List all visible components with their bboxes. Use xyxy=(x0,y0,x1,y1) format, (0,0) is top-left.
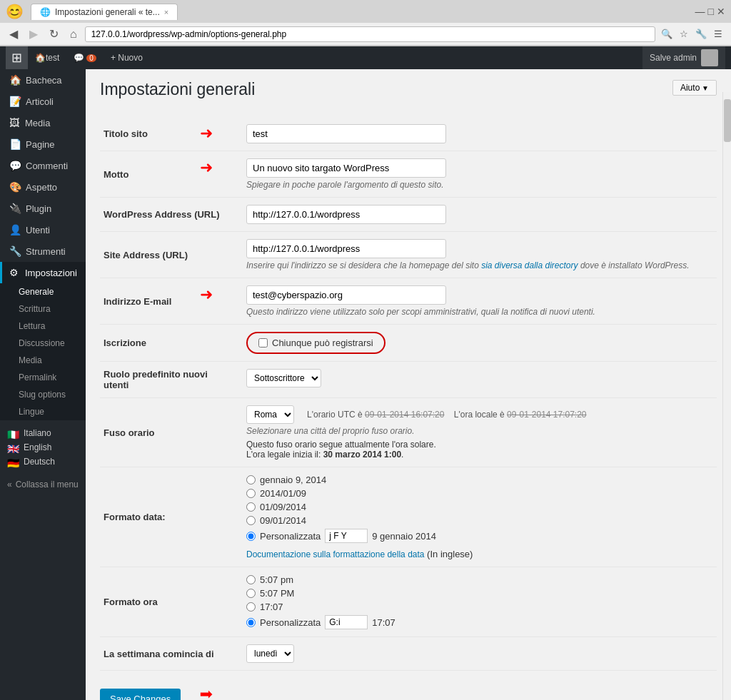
doc-link[interactable]: Documentazione sulla formattazione della… xyxy=(246,549,424,559)
browser-tab[interactable]: 🌐 Impostazioni generali « te... × xyxy=(31,4,178,20)
radio-data-opt4[interactable] xyxy=(246,516,256,525)
sidebar-item-pagine[interactable]: 📄 Pagine xyxy=(0,133,86,155)
sidebar-item-label: Articoli xyxy=(26,96,54,107)
submenu-discussione[interactable]: Discussione xyxy=(0,335,86,352)
formato-data-opt5: Personalizzata 9 gennaio 2014 xyxy=(246,529,713,543)
home-button[interactable]: ⌂ xyxy=(66,26,81,42)
star-icon[interactable]: ☆ xyxy=(677,27,691,41)
submenu-lingue[interactable]: Lingue xyxy=(0,403,86,420)
scrollbar-thumb[interactable] xyxy=(724,99,731,142)
lang-english[interactable]: 🇬🇧 English xyxy=(7,440,79,455)
back-button[interactable]: ◀ xyxy=(6,26,21,42)
radio-ora-opt1[interactable] xyxy=(246,575,256,584)
sidebar-item-commenti[interactable]: 💬 Commenti xyxy=(0,155,86,176)
comments-count: 0 xyxy=(86,54,96,62)
wp-address-input[interactable] xyxy=(246,205,446,224)
browser-nav: ◀ ▶ ↻ ⌂ 🔍 ☆ 🔧 ☰ xyxy=(0,23,731,46)
settimana-label: La settimana comincia di xyxy=(100,637,243,671)
browser-chrome: 😊 🌐 Impostazioni generali « te... × — □ … xyxy=(0,0,731,46)
extension-icon[interactable]: 🔧 xyxy=(694,27,708,41)
refresh-button[interactable]: ↻ xyxy=(46,26,62,42)
sidebar-item-strumenti[interactable]: 🔧 Strumenti xyxy=(0,240,86,262)
submenu-permalink[interactable]: Permalink xyxy=(0,369,86,386)
red-arrow-save: ⬅ xyxy=(200,685,213,700)
close-button[interactable]: ✕ xyxy=(717,6,725,17)
radio-ora-opt4[interactable] xyxy=(246,618,256,627)
sidebar-item-label: Impostazioni xyxy=(25,268,77,278)
radio-data-opt5[interactable] xyxy=(246,532,256,541)
submenu-scrittura[interactable]: Scrittura xyxy=(0,300,86,318)
minimize-button[interactable]: — xyxy=(695,6,705,17)
radio-data-opt3[interactable] xyxy=(246,502,256,512)
settimana-select[interactable]: lunedì xyxy=(246,644,294,663)
radio-data-opt1[interactable] xyxy=(246,475,256,485)
formato-data-opt4: 09/01/2014 xyxy=(246,515,713,526)
formato-ora-cell: 5:07 pm 5:07 PM 17:07 xyxy=(243,567,717,637)
utc-label: L'orario UTC è xyxy=(307,410,365,420)
motto-input[interactable] xyxy=(246,158,446,178)
ruolo-select[interactable]: Sottoscrittore xyxy=(246,369,321,387)
sidebar-item-label: Plugin xyxy=(26,203,51,214)
tab-title: Impostazioni generali « te... xyxy=(55,7,160,17)
formato-data-group: gennaio 9, 2014 2014/01/09 01/09/2014 xyxy=(246,475,713,559)
titolo-sito-input[interactable] xyxy=(246,124,446,143)
scrollbar-track[interactable] xyxy=(722,92,731,700)
formato-ora-opt4: Personalizzata 17:07 xyxy=(246,615,713,629)
settings-table: Titolo sito ➜ Motto xyxy=(100,117,717,671)
wp-logo[interactable]: ⊞ xyxy=(6,46,28,69)
sidebar: 🏠 Bacheca 📝 Articoli 🖼 Media 📄 Pagine 💬 … xyxy=(0,69,86,700)
radio-ora-label4: Personalizzata xyxy=(260,617,321,628)
lang-italiano[interactable]: 🇮🇹 Italiano xyxy=(7,426,79,440)
sidebar-item-articoli[interactable]: 📝 Articoli xyxy=(0,91,86,112)
admin-bar-comments[interactable]: 💬 0 xyxy=(66,46,104,69)
formato-data-opt3: 01/09/2014 xyxy=(246,502,713,512)
settimana-cell: lunedì xyxy=(243,637,717,671)
admin-label: Salve admin xyxy=(650,53,697,63)
sidebar-item-utenti[interactable]: 👤 Utenti xyxy=(0,219,86,240)
bacheca-icon: 🏠 xyxy=(9,74,21,86)
sidebar-item-impostazioni[interactable]: ⚙ Impostazioni xyxy=(0,262,86,283)
sidebar-item-bacheca[interactable]: 🏠 Bacheca xyxy=(0,69,86,91)
red-arrow-titolo: ➜ xyxy=(200,124,213,143)
radio-data-opt2[interactable] xyxy=(246,489,256,498)
submenu-lettura[interactable]: Lettura xyxy=(0,318,86,335)
submenu-media[interactable]: Media xyxy=(0,352,86,369)
forward-button[interactable]: ▶ xyxy=(26,26,41,42)
formato-ora-custom[interactable] xyxy=(325,615,368,629)
collassa-menu[interactable]: « Collassa il menu xyxy=(0,475,86,494)
address-bar[interactable] xyxy=(85,26,655,42)
admin-user-menu[interactable]: Salve admin xyxy=(642,46,725,69)
formato-data-custom[interactable] xyxy=(325,529,368,543)
doc-suffix: (In inglese) xyxy=(427,549,473,559)
wp-address-cell xyxy=(243,198,717,232)
save-changes-button[interactable]: Save Changes xyxy=(100,689,181,700)
radio-ora-opt3[interactable] xyxy=(246,602,256,612)
submenu-generale[interactable]: Generale xyxy=(0,283,86,300)
search-icon[interactable]: 🔍 xyxy=(660,27,674,41)
admin-bar-new[interactable]: + Nuovo xyxy=(104,46,150,69)
tab-close-button[interactable]: × xyxy=(164,8,168,16)
lang-deutsch[interactable]: 🇩🇪 Deutsch xyxy=(7,455,79,469)
site-name: test xyxy=(46,53,59,63)
sidebar-item-aspetto[interactable]: 🎨 Aspetto xyxy=(0,176,86,198)
sidebar-item-media[interactable]: 🖼 Media xyxy=(0,112,86,133)
formato-data-opt1: gennaio 9, 2014 xyxy=(246,475,713,485)
radio-data-label3: 01/09/2014 xyxy=(260,502,306,512)
sidebar-item-plugin[interactable]: 🔌 Plugin xyxy=(0,198,86,219)
submenu-slug[interactable]: Slug options xyxy=(0,386,86,403)
email-input[interactable] xyxy=(246,285,446,305)
site-address-link[interactable]: sia diversa dalla directory xyxy=(481,260,578,270)
radio-ora-opt2[interactable] xyxy=(246,589,256,598)
fuso-orario-select[interactable]: Roma xyxy=(246,405,294,424)
help-button[interactable]: Aiuto xyxy=(672,80,717,96)
admin-bar-site[interactable]: 🏠 test xyxy=(28,46,66,69)
email-label: Indirizzo E-mail xyxy=(100,278,243,325)
site-address-input[interactable] xyxy=(246,239,446,258)
email-desc: Questo indirizzo viene utilizzato solo p… xyxy=(246,307,713,317)
formato-data-doc: Documentazione sulla formattazione della… xyxy=(246,549,713,559)
maximize-button[interactable]: □ xyxy=(708,6,714,17)
iscrizione-row: Iscrizione Chiunque può registrarsi xyxy=(100,325,717,362)
menu-icon[interactable]: ☰ xyxy=(711,27,725,41)
motto-label: Motto xyxy=(100,151,243,198)
iscrizione-checkbox[interactable] xyxy=(258,338,268,348)
